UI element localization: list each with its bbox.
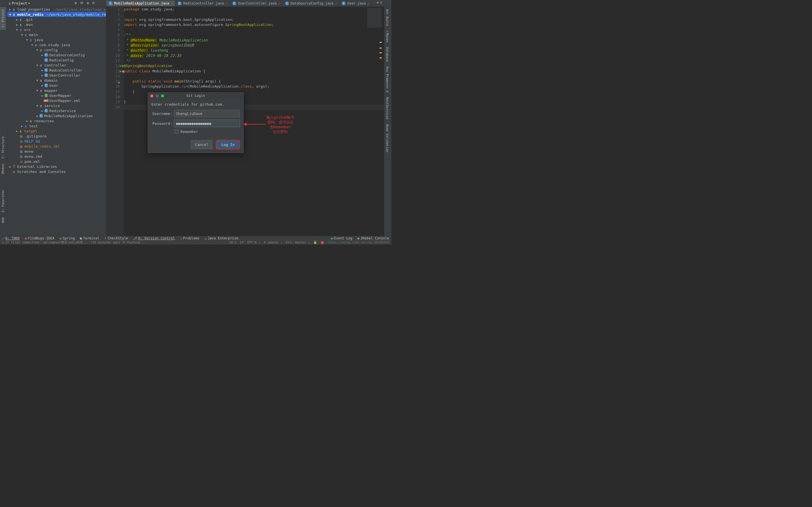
username-label: Username: <box>151 112 172 116</box>
sidebar-tab-database[interactable]: Database <box>384 45 390 64</box>
class-icon: C <box>109 1 112 5</box>
sidebar-tab-project[interactable]: 1: Project <box>0 7 6 30</box>
status-msg: 17 files committed: springboot整合redis的简.… <box>5 240 120 244</box>
split-indicator[interactable]: ≡ 5 <box>377 1 382 4</box>
sidebar-tab-bean[interactable]: Bean Validation <box>384 122 390 154</box>
sidebar-tab-keypromoter[interactable]: Key Promoter X <box>384 64 390 95</box>
run-icon[interactable]: ▶● <box>120 63 123 68</box>
sidebar-tab-structure[interactable]: 7: Structure <box>0 134 6 161</box>
cancel-button[interactable]: Cancel <box>191 140 213 149</box>
project-dropdown[interactable]: Project ▼ <box>12 1 30 5</box>
bottom-toolbar: ✔ 6: TODO ● FindBugs-IDEA ✿ Spring ▣ Ter… <box>0 236 391 240</box>
annotation-arrow-line <box>245 124 266 124</box>
minimap[interactable] <box>367 8 382 27</box>
event-log-tool[interactable]: ● Event Log <box>331 236 352 240</box>
tab-user-controller[interactable]: CUserController.java× <box>230 1 283 6</box>
left-sidebar: 1: Project 7: Structure JRebel 2: Favori… <box>0 7 7 236</box>
collapse-icon[interactable] <box>93 1 95 5</box>
vcs-tool[interactable]: ⎇ 9: Version Control <box>133 236 175 240</box>
password-label: Password: <box>151 121 172 126</box>
checkstyle-tool[interactable]: ⚡ CheckStyle <box>105 236 128 240</box>
tab-datasource-config[interactable]: CDataSourceConfig.java× <box>283 1 340 6</box>
sidebar-tab-favorites[interactable]: 2: Favorites <box>0 188 6 215</box>
sidebar-tab-ant[interactable]: Ant Build <box>384 7 390 28</box>
password-input[interactable] <box>174 120 240 127</box>
terminal-tool[interactable]: ▣ Terminal <box>80 236 100 240</box>
right-sidebar: Ant Build m Maven Database Key Promoter … <box>384 7 391 236</box>
class-icon: C <box>342 1 346 5</box>
lock-icon[interactable]: 🔒 <box>313 240 317 244</box>
git-login-dialog: Git Login Enter credentials for github.c… <box>148 93 244 153</box>
close-icon[interactable]: × <box>367 2 369 5</box>
spring-tool[interactable]: ✿ Spring <box>59 236 75 240</box>
dialog-prompt: Enter credentials for github.com. <box>151 102 240 107</box>
dialog-title: Git Login <box>148 94 243 98</box>
login-highlight: Log In <box>216 140 240 149</box>
javaee-tool[interactable]: ☕ Java Enterprise <box>204 236 238 240</box>
project-folder-icon: ▮ <box>8 1 11 5</box>
tab-redis-controller[interactable]: CRedisController.java× <box>175 1 230 6</box>
gear-icon[interactable] <box>87 1 89 5</box>
problems-tool[interactable]: ⚠ Problems <box>180 236 199 240</box>
remember-checkbox[interactable] <box>174 129 179 134</box>
class-icon: C <box>177 1 182 5</box>
remember-label: Remember <box>181 129 198 134</box>
jrebel-console-tool[interactable]: ● JRebel Console <box>357 236 389 240</box>
sidebar-tab-rest[interactable]: RestServices <box>384 95 390 122</box>
run-main-icon[interactable]: ▶ <box>118 80 120 84</box>
todo-tool[interactable]: ✔ 6: TODO <box>2 236 20 240</box>
status-bar: ▢ 17 files committed: springboot整合redis的… <box>0 240 391 244</box>
project-tree[interactable]: ▶▮load_properties~/work/java_study/load_… <box>7 7 106 236</box>
annotation-text: 输入github账号 密码, 也可以点 击Remember 记住密码 <box>266 115 294 134</box>
sidebar-tab-web[interactable]: Web <box>0 215 6 225</box>
sidebar-tab-jrebel[interactable]: JRebel <box>0 161 6 177</box>
encoding[interactable]: UTF-8 ⇣ <box>247 240 260 244</box>
status-pushing: ⟳ Pushing... <box>123 240 146 244</box>
username-input[interactable] <box>174 110 240 117</box>
caret-pos[interactable]: 20:1 <box>229 240 237 244</box>
close-icon[interactable]: × <box>335 2 337 5</box>
sidebar-tab-maven[interactable]: m Maven <box>384 28 390 45</box>
editor-tabs: CMobileRedisApplication.java× CRedisCont… <box>106 0 372 7</box>
sync-icon[interactable] <box>80 1 84 5</box>
close-icon[interactable]: × <box>278 2 280 5</box>
close-icon[interactable]: × <box>225 2 227 5</box>
tab-user[interactable]: CUser.java× <box>340 1 372 6</box>
line-separator[interactable]: LF <box>240 240 244 244</box>
tab-mobile-redis-app[interactable]: CMobileRedisApplication.java× <box>106 1 175 6</box>
target-icon[interactable] <box>75 1 77 5</box>
findbugs-tool[interactable]: ● FindBugs-IDEA <box>25 236 54 240</box>
class-icon: C <box>285 1 289 5</box>
class-icon: C <box>232 1 236 5</box>
close-icon[interactable]: × <box>171 2 173 5</box>
git-branch[interactable]: Git: master ⇣ <box>286 240 310 244</box>
top-bar: ▮ Project ▼ CMobileRedisApplication.java… <box>0 0 391 7</box>
gutter: 1 2 3 4 5 6 7 8 9 10 11 12▶● 13▶● 14 15 … <box>106 7 124 236</box>
login-button[interactable]: Log In <box>217 141 239 148</box>
indent[interactable]: 4 spaces ⇣ <box>264 240 282 244</box>
